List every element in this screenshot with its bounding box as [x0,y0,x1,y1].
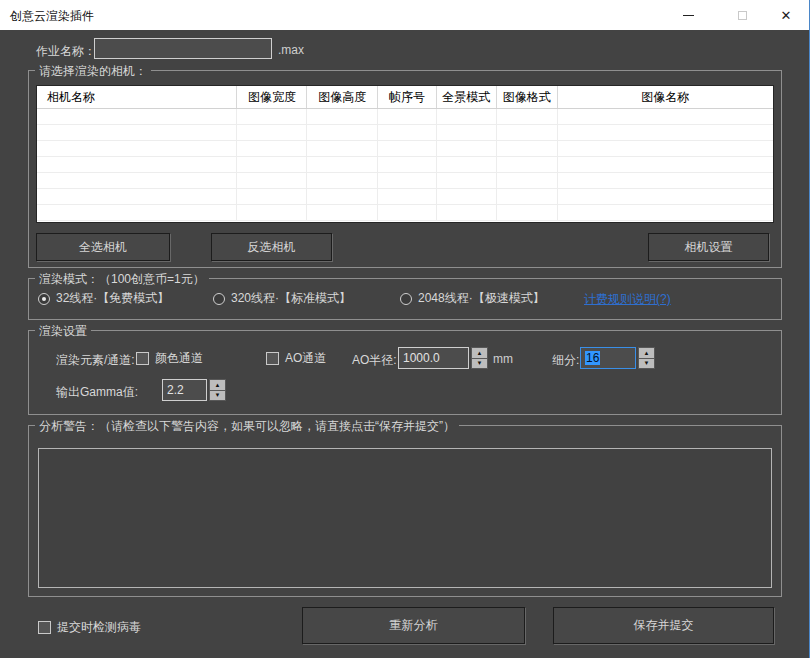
table-cell [558,125,773,141]
output-gamma-label: 输出Gamma值: [56,384,138,401]
maximize-icon [738,11,747,20]
render-settings-group-title: 渲染设置 [35,323,91,340]
table-cell [37,173,237,189]
spin-down-button[interactable]: ▼ [209,391,226,402]
radio-option-label: 320线程·【标准模式】 [231,290,351,307]
save-and-submit-button[interactable]: 保存并提交 [553,607,774,644]
minimize-button[interactable] [668,0,708,30]
table-cell [378,173,437,189]
select-all-cameras-button[interactable]: 全选相机 [36,233,170,261]
subdivision-selected-text: 16 [585,351,600,365]
job-name-input[interactable] [94,38,272,59]
invert-camera-selection-button[interactable]: 反选相机 [211,233,332,261]
table-cell [497,141,558,157]
checkbox-icon [136,352,149,365]
table-cell [307,173,378,189]
column-header-image-format[interactable]: 图像格式 [497,86,558,108]
camera-table-header: 相机名称 图像宽度 图像高度 帧序号 全景模式 图像格式 图像名称 [37,86,773,109]
table-cell [558,205,773,221]
radio-option-label: 32线程·【免费模式】 [56,290,169,307]
table-cell [307,109,378,125]
color-channel-checkbox[interactable]: 颜色通道 [136,350,203,367]
table-cell [237,173,307,189]
column-header-image-height[interactable]: 图像高度 [307,86,378,108]
spin-up-button[interactable]: ▲ [209,379,226,391]
table-cell [497,157,558,173]
render-mode-group-title: 渲染模式：（100创意币=1元） [35,271,209,288]
table-cell [237,205,307,221]
table-cell [307,125,378,141]
ao-radius-input[interactable]: 1000.0 [398,347,469,369]
output-gamma-input[interactable]: 2.2 [162,379,207,401]
checkbox-icon [266,352,279,365]
camera-group-title: 请选择渲染的相机： [35,63,151,80]
table-cell [378,125,437,141]
table-cell [37,189,237,205]
subdivision-input[interactable]: 16 [580,347,636,369]
reanalyze-button[interactable]: 重新分析 [302,607,525,644]
radio-option-standard-mode[interactable]: 320线程·【标准模式】 [213,290,351,307]
ao-radius-label: AO半径: [352,352,397,369]
column-header-panorama-mode[interactable]: 全景模式 [437,86,497,108]
spin-up-button[interactable]: ▲ [638,347,655,359]
spin-up-button[interactable]: ▲ [471,347,488,359]
table-cell [437,205,497,221]
output-gamma-spinner: 2.2 ▲ ▼ [162,379,226,401]
spin-down-button[interactable]: ▼ [471,359,488,370]
table-cell [307,205,378,221]
table-cell [558,109,773,125]
radio-option-label: 2048线程·【极速模式】 [418,290,545,307]
column-header-image-name[interactable]: 图像名称 [558,86,773,108]
close-button[interactable]: ✕ [766,0,806,30]
radio-option-turbo-mode[interactable]: 2048线程·【极速模式】 [400,290,545,307]
table-cell [307,141,378,157]
table-cell [37,141,237,157]
ao-radius-unit: mm [493,352,513,366]
camera-settings-button[interactable]: 相机设置 [648,233,769,261]
maximize-button[interactable] [722,0,762,30]
table-row[interactable] [37,141,773,157]
table-cell [497,125,558,141]
table-cell [378,205,437,221]
table-cell [497,173,558,189]
column-header-image-width[interactable]: 图像宽度 [237,86,307,108]
table-cell [437,189,497,205]
ao-channel-checkbox[interactable]: AO通道 [266,350,326,367]
table-cell [37,157,237,173]
table-row[interactable] [37,157,773,173]
camera-table-body [37,109,773,221]
billing-rules-link[interactable]: 计费规则说明(?) [584,291,671,308]
window-title: 创意云渲染插件 [10,8,94,25]
table-cell [497,189,558,205]
radio-option-free-mode[interactable]: 32线程·【免费模式】 [38,290,169,307]
checkbox-label: 颜色通道 [155,350,203,367]
job-name-label: 作业名称： [36,43,96,60]
table-cell [378,189,437,205]
table-row[interactable] [37,109,773,125]
table-cell [237,157,307,173]
table-cell [237,141,307,157]
warnings-list[interactable] [38,448,772,588]
table-cell [237,189,307,205]
table-cell [37,125,237,141]
table-cell [237,109,307,125]
table-cell [497,205,558,221]
table-cell [437,125,497,141]
camera-table: 相机名称 图像宽度 图像高度 帧序号 全景模式 图像格式 图像名称 [36,85,774,223]
column-header-camera-name[interactable]: 相机名称 [37,86,237,108]
table-cell [378,141,437,157]
column-header-frame-number[interactable]: 帧序号 [378,86,437,108]
table-row[interactable] [37,205,773,221]
table-cell [558,189,773,205]
table-cell [307,189,378,205]
table-cell [558,173,773,189]
table-row[interactable] [37,173,773,189]
checkbox-icon [38,621,51,634]
job-name-suffix: .max [278,43,304,57]
virus-check-checkbox[interactable]: 提交时检测病毒 [38,619,141,636]
spin-down-button[interactable]: ▼ [638,359,655,370]
table-row[interactable] [37,125,773,141]
radio-icon [400,293,412,305]
table-cell [558,141,773,157]
table-row[interactable] [37,189,773,205]
